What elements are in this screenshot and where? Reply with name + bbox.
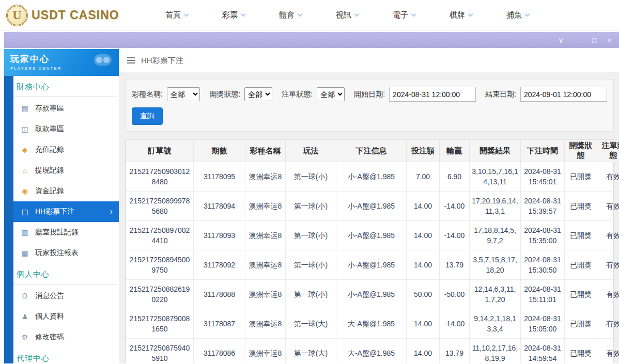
nav-item-2[interactable]: 體育 bbox=[262, 0, 319, 31]
room-bet-record-icon: ▥ bbox=[21, 228, 29, 236]
table-cell: 有效 bbox=[597, 339, 619, 364]
table-cell: 第一球(小) bbox=[286, 280, 336, 309]
sidebar-item-withdrawal-record[interactable]: ⌂提現記錄 bbox=[13, 160, 119, 181]
withdrawal-record-icon: ⌂ bbox=[21, 166, 29, 175]
table-cell: 9,14,2,1,18,13,3,4 bbox=[470, 309, 521, 339]
sidebar-header: 玩家中心 PLAYERS CENTER bbox=[4, 49, 119, 76]
table-cell: 已開獎 bbox=[565, 309, 597, 339]
site-logo[interactable]: U USDT CASINO bbox=[6, 5, 122, 26]
table-cell: 3,5,7,15,8,17,18,20 bbox=[470, 250, 521, 280]
table-cell: 2152172508970024410 bbox=[126, 221, 194, 250]
table-cell: 2024-08-31 15:39:57 bbox=[521, 192, 565, 221]
table-row: 215217250894500975031178092澳洲幸运8第一球(小)小-… bbox=[126, 250, 619, 280]
sidebar-item-password[interactable]: ⚙修改密碼 bbox=[13, 327, 119, 347]
table-cell: 11,10,2,17,16,8,19,9 bbox=[470, 339, 521, 364]
table-cell: 2024-08-31 15:30:50 bbox=[521, 250, 565, 280]
sidebar-item-deposit[interactable]: ▤存款專區 bbox=[13, 98, 119, 119]
sidebar-item-recharge-record[interactable]: ◆充值記錄 bbox=[13, 139, 119, 160]
search-button[interactable]: 查詢 bbox=[132, 107, 163, 125]
table-body: 215217250903012848031178095澳洲幸运8第一球(小)小-… bbox=[126, 162, 619, 364]
table-cell: 14.00 bbox=[407, 309, 440, 339]
table-cell: 已開獎 bbox=[565, 339, 597, 364]
announcement-icon: Ω bbox=[21, 292, 29, 300]
withdraw-icon: ◫ bbox=[21, 125, 29, 133]
chevron-down-icon bbox=[184, 12, 189, 17]
end-date-input[interactable] bbox=[520, 87, 607, 102]
chevron-down-icon bbox=[411, 12, 416, 17]
chevron-down-icon bbox=[354, 12, 360, 17]
filter-panel: 彩種名稱: 全部 開獎狀態: 全部 注單狀態: 全部 開始日期: bbox=[125, 79, 614, 132]
sidebar-item-label: 充值記錄 bbox=[35, 145, 64, 154]
page-title: HH彩票下注 bbox=[141, 56, 183, 66]
column-header: 訂單號 bbox=[126, 140, 194, 162]
table-cell: 已開獎 bbox=[565, 250, 597, 280]
nav-item-label: 捕魚 bbox=[506, 10, 522, 20]
table-cell: -14.00 bbox=[440, 309, 470, 339]
table-cell: 第一球(小) bbox=[286, 192, 336, 221]
nav-item-6[interactable]: 捕魚 bbox=[489, 0, 546, 31]
column-header: 期數 bbox=[194, 140, 245, 162]
window-minimize-icon[interactable]: — bbox=[574, 36, 582, 44]
nav-item-label: 首頁 bbox=[165, 10, 181, 20]
menu-toggle-icon[interactable] bbox=[127, 57, 135, 58]
table-cell: 17,20,19,6,14,11,3,1 bbox=[470, 192, 521, 221]
password-icon: ⚙ bbox=[21, 333, 29, 341]
table-cell: 14.00 bbox=[407, 250, 440, 280]
table-cell: 有效 bbox=[597, 221, 619, 250]
player-bet-report-icon: ▦ bbox=[21, 249, 29, 257]
table-cell: 已開獎 bbox=[565, 162, 597, 192]
sidebar-item-funds-record[interactable]: ◉資金記錄 bbox=[13, 181, 119, 201]
chevron-down-icon bbox=[468, 12, 473, 17]
table-cell: 6.90 bbox=[440, 162, 470, 192]
draw-status-select[interactable]: 全部 bbox=[244, 87, 272, 101]
table-cell: 大-A盤@1.985 bbox=[336, 339, 407, 364]
bet-table-card: 訂單號期數彩種名稱玩法下注信息投注額輸贏開獎結果下注時間開獎狀態注單狀態 215… bbox=[125, 139, 614, 363]
table-cell: 31178092 bbox=[194, 250, 245, 280]
start-date-input[interactable] bbox=[389, 87, 476, 102]
breadcrumb: HH彩票下注 bbox=[119, 49, 619, 72]
table-cell: 13.79 bbox=[440, 250, 470, 280]
table-cell: 31178093 bbox=[194, 221, 245, 250]
logo-icon: U bbox=[6, 5, 28, 26]
sidebar: 玩家中心 PLAYERS CENTER 財務中心▤存款專區◫取款專區◆充值記錄⌂… bbox=[4, 49, 119, 363]
table-cell: 小-A盤@1.985 bbox=[336, 162, 407, 192]
nav-item-0[interactable]: 首頁 bbox=[148, 0, 205, 31]
nav-item-3[interactable]: 視訊 bbox=[319, 0, 376, 31]
table-cell: 2152172509030128480 bbox=[126, 162, 194, 192]
sidebar-item-hh-lottery-bet[interactable]: ▤HH彩票下注› bbox=[13, 201, 119, 222]
nav-item-label: 視訊 bbox=[336, 10, 351, 20]
site-navbar: U USDT CASINO 首頁彩票體育視訊電子棋牌捕魚 bbox=[0, 0, 619, 31]
table-cell: 2152172508826190220 bbox=[126, 280, 194, 309]
nav-item-4[interactable]: 電子 bbox=[376, 0, 432, 31]
main-nav: 首頁彩票體育視訊電子棋牌捕魚 bbox=[148, 0, 546, 31]
table-cell: 澳洲幸运8 bbox=[245, 309, 286, 339]
profile-icon: ♟ bbox=[21, 312, 29, 321]
nav-item-5[interactable]: 棋牌 bbox=[432, 0, 489, 31]
lottery-name-select[interactable]: 全部 bbox=[167, 87, 200, 101]
sidebar-item-player-bet-report[interactable]: ▦玩家投注報表 bbox=[13, 243, 119, 263]
window-collapse-icon[interactable]: ∨ bbox=[558, 36, 564, 44]
order-status-select[interactable]: 全部 bbox=[317, 87, 345, 101]
window-maximize-icon[interactable]: □ bbox=[592, 36, 597, 44]
table-cell: 2024-08-31 14:59:54 bbox=[521, 339, 565, 364]
sidebar-item-withdraw[interactable]: ◫取款專區 bbox=[13, 119, 119, 139]
sidebar-item-room-bet-record[interactable]: ▥廳室投註記錄 bbox=[13, 222, 119, 243]
table-cell: 14.00 bbox=[407, 339, 440, 364]
table-cell: 31178086 bbox=[194, 339, 245, 364]
table-cell: 2024-08-31 15:45:01 bbox=[521, 162, 565, 192]
nav-item-1[interactable]: 彩票 bbox=[205, 0, 262, 31]
table-cell: -14.00 bbox=[440, 221, 470, 250]
nav-item-label: 電子 bbox=[393, 10, 408, 20]
window-close-icon[interactable]: × bbox=[607, 36, 612, 44]
table-cell: 有效 bbox=[597, 309, 619, 339]
sidebar-item-label: HH彩票下注 bbox=[35, 207, 74, 216]
logo-text: USDT CASINO bbox=[32, 8, 119, 22]
column-header: 注單狀態 bbox=[597, 140, 619, 162]
sidebar-item-profile[interactable]: ♟個人資料 bbox=[13, 306, 119, 327]
table-cell: 澳洲幸运8 bbox=[245, 221, 286, 250]
table-cell: -50.00 bbox=[440, 280, 470, 309]
sidebar-item-announcement[interactable]: Ω消息公告 bbox=[13, 286, 119, 306]
sidebar-section-label-1: 個人中心 bbox=[13, 263, 117, 284]
sidebar-rail bbox=[4, 76, 13, 363]
draw-status-label: 開獎狀態: bbox=[209, 90, 240, 99]
